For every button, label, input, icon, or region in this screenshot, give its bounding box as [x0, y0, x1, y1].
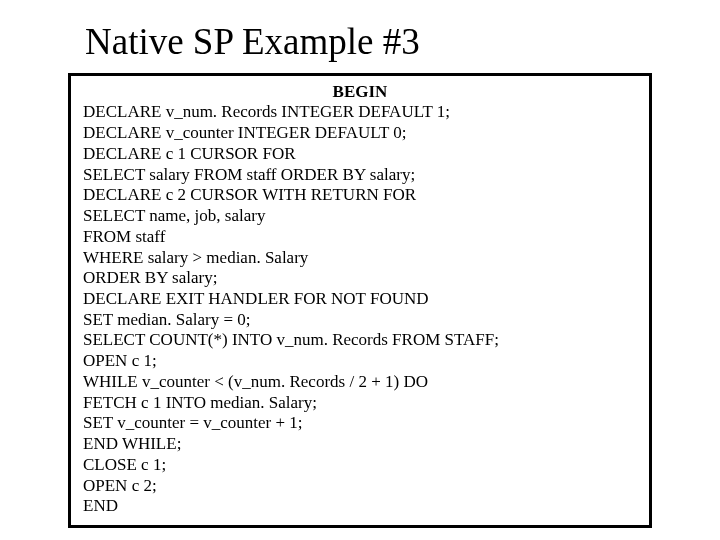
code-box: BEGIN DECLARE v_num. Records INTEGER DEF… [68, 73, 652, 528]
code-line: SET median. Salary = 0; [83, 310, 637, 331]
code-line: OPEN c 1; [83, 351, 637, 372]
code-line: DECLARE v_counter INTEGER DEFAULT 0; [83, 123, 637, 144]
code-line: SELECT COUNT(*) INTO v_num. Records FROM… [83, 330, 637, 351]
code-line: CLOSE c 1; [83, 455, 637, 476]
code-line: SELECT salary FROM staff ORDER BY salary… [83, 165, 637, 186]
slide-title: Native SP Example #3 [85, 20, 720, 63]
code-line: DECLARE v_num. Records INTEGER DEFAULT 1… [83, 102, 637, 123]
code-line: DECLARE EXIT HANDLER FOR NOT FOUND [83, 289, 637, 310]
code-line: SET v_counter = v_counter + 1; [83, 413, 637, 434]
code-line: END [83, 496, 637, 517]
code-line: DECLARE c 2 CURSOR WITH RETURN FOR [83, 185, 637, 206]
code-line: FETCH c 1 INTO median. Salary; [83, 393, 637, 414]
slide: Native SP Example #3 BEGIN DECLARE v_num… [0, 0, 720, 540]
code-line: WHILE v_counter < (v_num. Records / 2 + … [83, 372, 637, 393]
code-line: SELECT name, job, salary [83, 206, 637, 227]
code-line: DECLARE c 1 CURSOR FOR [83, 144, 637, 165]
code-begin: BEGIN [83, 82, 637, 102]
code-line: END WHILE; [83, 434, 637, 455]
code-line: OPEN c 2; [83, 476, 637, 497]
code-line: FROM staff [83, 227, 637, 248]
code-line: ORDER BY salary; [83, 268, 637, 289]
code-line: WHERE salary > median. Salary [83, 248, 637, 269]
